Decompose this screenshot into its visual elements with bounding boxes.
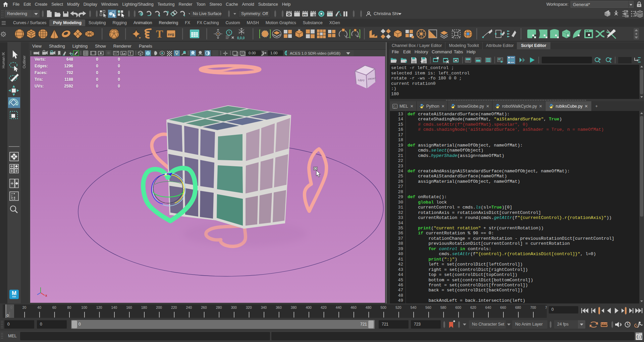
svg-text:460: 460 <box>351 305 357 309</box>
svg-text:ACES 1.0 SDR-video (sRGB): ACES 1.0 SDR-video (sRGB) <box>290 51 340 55</box>
svg-text:svg: svg <box>168 32 174 36</box>
svg-text:100: 100 <box>81 305 87 309</box>
svg-text:80: 80 <box>67 305 71 309</box>
svg-text:1.00: 1.00 <box>270 51 277 55</box>
svg-text:240: 240 <box>186 305 192 309</box>
svg-text:340: 340 <box>261 305 267 309</box>
svg-text:T: T <box>129 52 131 55</box>
svg-text:480: 480 <box>366 305 372 309</box>
svg-text:320: 320 <box>246 305 252 309</box>
svg-text:400: 400 <box>306 305 312 309</box>
svg-text:40: 40 <box>37 305 41 309</box>
svg-text:520: 520 <box>395 305 401 309</box>
svg-text:{;}: {;} <box>636 335 642 339</box>
svg-text:700: 700 <box>530 305 536 309</box>
svg-text:680: 680 <box>515 305 521 309</box>
svg-text:0,0,0: 0,0,0 <box>237 36 245 40</box>
svg-text:280: 280 <box>216 305 222 309</box>
svg-text:500: 500 <box>380 305 386 309</box>
svg-text:x: x <box>45 294 47 297</box>
svg-text:360: 360 <box>276 305 282 309</box>
svg-text:220: 220 <box>171 305 177 309</box>
svg-text:120: 120 <box>96 305 102 309</box>
svg-text:580: 580 <box>440 305 446 309</box>
svg-text:640: 640 <box>485 305 491 309</box>
svg-text:160: 160 <box>126 305 132 309</box>
svg-text:720: 720 <box>545 305 547 309</box>
svg-text:380: 380 <box>291 305 297 309</box>
svg-text:{;: {; <box>393 105 397 108</box>
svg-text:540: 540 <box>411 305 417 309</box>
svg-text:620: 620 <box>470 305 476 309</box>
svg-text:600: 600 <box>455 305 462 309</box>
svg-text:420: 420 <box>321 305 327 309</box>
svg-text:140: 140 <box>111 305 117 309</box>
svg-text:200: 200 <box>156 305 162 309</box>
svg-text:440: 440 <box>336 305 342 309</box>
svg-text:0: 0 <box>7 314 9 318</box>
svg-text:300: 300 <box>231 305 237 309</box>
svg-text:180: 180 <box>141 305 147 309</box>
svg-text:260: 260 <box>201 305 207 309</box>
svg-text:660: 660 <box>500 305 506 309</box>
svg-text:60: 60 <box>52 305 56 309</box>
svg-text:0.00: 0.00 <box>249 51 256 55</box>
svg-text:20: 20 <box>22 305 26 309</box>
svg-text:560: 560 <box>425 305 431 309</box>
svg-text:T: T <box>156 28 163 40</box>
svg-text:IPR: IPR <box>303 13 307 16</box>
